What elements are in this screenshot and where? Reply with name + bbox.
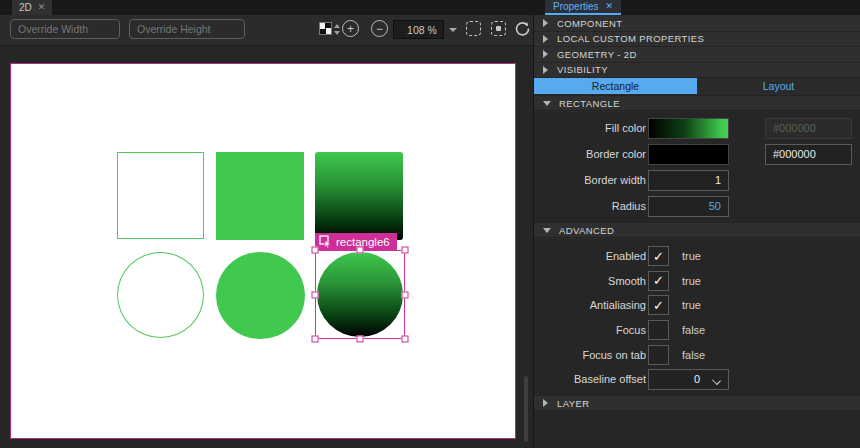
radius-row: Radius — [534, 193, 860, 219]
zoom-selection-dot-icon — [496, 26, 501, 31]
chevron-right-icon — [543, 66, 548, 74]
selection-bounding-box — [315, 250, 405, 339]
canvas-background-color-icon[interactable] — [320, 23, 331, 34]
border-width-label: Border width — [534, 174, 646, 186]
chevron-right-icon — [543, 399, 548, 407]
layer-section-content — [534, 412, 860, 448]
scrollbar-thumb[interactable] — [524, 376, 528, 442]
section-component[interactable]: COMPONENT — [534, 16, 860, 32]
antialiasing-row: Antialiasing ✓ true — [534, 293, 860, 318]
border-width-row: Border width — [534, 167, 860, 193]
fill-color-hex-input[interactable] — [765, 118, 852, 139]
chevron-down-icon — [543, 228, 551, 233]
chevron-right-icon — [543, 35, 548, 43]
border-width-input[interactable] — [648, 170, 729, 191]
enabled-row: Enabled ✓ true — [534, 244, 860, 269]
override-height-input[interactable] — [129, 19, 245, 39]
radius-input[interactable] — [648, 196, 729, 217]
fill-color-row: Fill color — [534, 115, 860, 141]
section-geometry-2d[interactable]: GEOMETRY - 2D — [534, 47, 860, 63]
resize-handle-top-right[interactable] — [402, 247, 409, 254]
resize-handle-bottom-left[interactable] — [312, 336, 319, 343]
tab-2d[interactable]: 2D ✕ — [12, 0, 52, 15]
fill-color-swatch[interactable] — [648, 118, 729, 139]
artboard-canvas[interactable] — [10, 63, 516, 439]
2d-view-panel: 2D ✕ + − 108 % — [0, 0, 533, 448]
chevron-right-icon — [543, 19, 548, 27]
focus-on-tab-row: Focus on tab false — [534, 342, 860, 367]
shape-square-outline[interactable] — [117, 152, 204, 239]
close-icon[interactable]: ✕ — [38, 3, 46, 12]
tab-properties[interactable]: Properties ✕ — [545, 0, 621, 15]
smooth-checkbox[interactable]: ✓ — [648, 271, 669, 291]
override-width-input[interactable] — [10, 19, 120, 39]
resize-handle-top-center[interactable] — [357, 247, 364, 254]
mode-tabs: Rectangle Layout — [534, 78, 860, 94]
chevron-right-icon — [543, 50, 548, 58]
check-icon: ✓ — [653, 273, 664, 288]
enabled-checkbox[interactable]: ✓ — [648, 246, 669, 266]
resize-handle-middle-right[interactable] — [402, 291, 409, 298]
reset-view-button[interactable] — [514, 20, 531, 37]
focus-checkbox[interactable] — [648, 320, 669, 340]
antialiasing-checkbox[interactable]: ✓ — [648, 295, 669, 315]
2d-tabstrip: 2D ✕ — [0, 0, 533, 15]
tab-2d-label: 2D — [19, 2, 32, 13]
tab-layout[interactable]: Layout — [697, 78, 860, 94]
advanced-section-content: Enabled ✓ true Smooth ✓ true Antialiasin… — [534, 239, 860, 395]
chevron-down-icon — [543, 101, 551, 106]
zoom-in-button[interactable]: + — [342, 20, 359, 37]
shape-circle-filled[interactable] — [216, 252, 305, 339]
component-cursor-icon — [319, 235, 332, 248]
check-icon: ✓ — [653, 249, 664, 264]
tab-properties-label: Properties — [553, 1, 599, 12]
tab-rectangle[interactable]: Rectangle — [534, 78, 697, 94]
focus-on-tab-checkbox[interactable] — [648, 345, 669, 365]
close-icon[interactable]: ✕ — [606, 2, 614, 11]
border-color-swatch[interactable] — [648, 144, 729, 165]
selected-shape-group[interactable]: rectangle6 — [315, 250, 405, 339]
resize-handle-middle-left[interactable] — [312, 291, 319, 298]
shape-circle-outline[interactable] — [117, 252, 204, 338]
zoom-level-select[interactable]: 108 % — [393, 20, 444, 39]
check-icon: ✓ — [653, 298, 664, 313]
baseline-offset-select[interactable]: 0 — [648, 369, 729, 390]
border-color-row: Border color — [534, 141, 860, 167]
border-color-label: Border color — [534, 148, 646, 160]
section-local-custom-properties[interactable]: LOCAL CUSTOM PROPERTIES — [534, 32, 860, 48]
fit-canvas-button[interactable] — [466, 21, 481, 36]
shape-square-gradient[interactable] — [315, 152, 403, 240]
collapsed-sections: COMPONENT LOCAL CUSTOM PROPERTIES GEOMET… — [534, 16, 860, 78]
resize-handle-top-left[interactable] — [312, 247, 319, 254]
chevron-down-icon — [712, 376, 721, 385]
zoom-selection-button[interactable] — [491, 21, 506, 36]
section-advanced-header[interactable]: ADVANCED — [534, 222, 860, 238]
spinner-up-icon[interactable] — [334, 24, 340, 28]
resize-handle-bottom-right[interactable] — [402, 336, 409, 343]
fill-color-label: Fill color — [534, 122, 646, 134]
section-layer-header[interactable]: LAYER — [534, 395, 860, 411]
section-visibility[interactable]: VISIBILITY — [534, 63, 860, 79]
focus-row: Focus false — [534, 318, 860, 343]
smooth-row: Smooth ✓ true — [534, 269, 860, 294]
properties-tabstrip: Properties ✕ — [534, 0, 860, 15]
chevron-down-icon[interactable] — [449, 28, 457, 32]
radius-label: Radius — [534, 200, 646, 212]
shape-square-filled[interactable] — [216, 152, 304, 240]
2d-toolbar: + − 108 % — [0, 15, 533, 46]
baseline-offset-row: Baseline offset 0 — [534, 367, 860, 392]
rectangle-section-content: Fill color Border color Border width Rad… — [534, 112, 860, 222]
section-rectangle-header[interactable]: RECTANGLE — [534, 95, 860, 111]
zoom-out-button[interactable]: − — [371, 20, 388, 37]
border-color-hex-input[interactable] — [765, 144, 852, 165]
resize-handle-bottom-center[interactable] — [357, 336, 364, 343]
reset-arrow-icon — [514, 20, 531, 37]
properties-panel: Properties ✕ COMPONENT LOCAL CUSTOM PROP… — [533, 0, 860, 448]
spinner-down-icon[interactable] — [334, 31, 340, 35]
